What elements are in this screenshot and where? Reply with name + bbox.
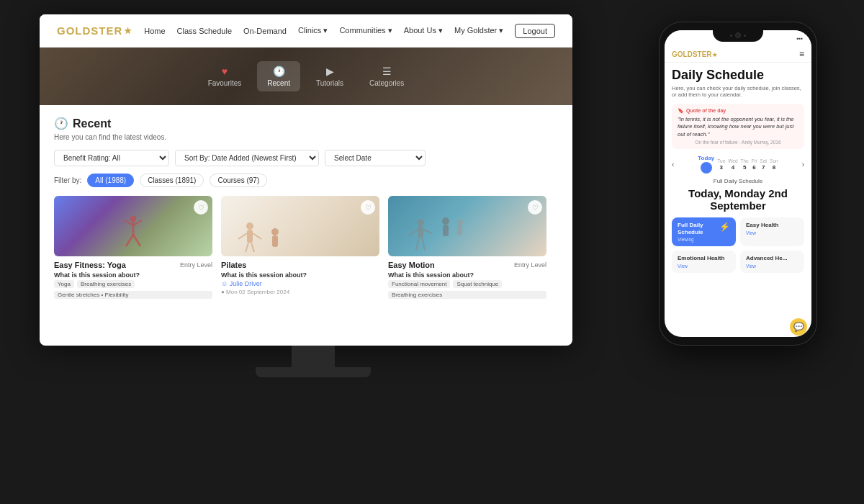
logout-button[interactable]: Logout — [515, 24, 555, 38]
yoga-tag-1: Yoga — [54, 280, 74, 288]
sched-card-advanced-health[interactable]: Advanced He... View — [740, 251, 804, 273]
monitor-stand — [40, 346, 587, 377]
quote-box: 🔖 Quote of the day "In tennis, it is not… — [672, 104, 804, 150]
lightning-icon: ⚡ — [719, 222, 730, 232]
cal-day-tue[interactable]: Tue 3 — [717, 158, 725, 171]
svg-rect-23 — [457, 225, 462, 235]
hero-area: ♥ Favourites 🕐 Recent ▶ Tutorials ☰ Cate… — [40, 48, 572, 105]
sched-card-emotional-health[interactable]: Emotional Health View — [672, 251, 736, 273]
motion-bg — [388, 196, 546, 256]
tab-categories[interactable]: ☰ Categories — [359, 61, 414, 91]
sched-easy-health-view[interactable]: View — [746, 230, 798, 235]
yoga-favourite-btn[interactable]: ♡ — [194, 200, 208, 215]
cal-days: Today Tue 3 Wed 4 Thu 5 — [698, 155, 778, 174]
monitor-neck — [292, 346, 335, 367]
cal-wed-label: Wed — [728, 158, 737, 163]
svg-line-11 — [251, 243, 254, 252]
sched-card-full[interactable]: ⚡ Full Daily Schedule Viewing — [672, 217, 736, 246]
nav-home[interactable]: Home — [144, 27, 165, 35]
filter-courses[interactable]: Courses (97) — [210, 174, 267, 187]
phone-icons: ▪▪▪ — [796, 35, 803, 42]
pilates-card-header: Pilates — [221, 261, 379, 269]
nav-class-schedule[interactable]: Class Schedule — [177, 27, 232, 35]
filter-all[interactable]: All (1988) — [87, 174, 134, 187]
svg-point-14 — [417, 219, 424, 226]
logo: GOLDSTER★ — [57, 24, 132, 37]
logo-text: GOLDSTER — [57, 24, 122, 37]
cal-prev[interactable]: ‹ — [672, 161, 674, 168]
nav-about-us[interactable]: About Us — [404, 26, 443, 35]
tab-tutorials[interactable]: ▶ Tutorials — [306, 61, 354, 91]
card-yoga-image: ♡ — [54, 196, 212, 256]
phone-page-subtitle: Here, you can check your daily schedule,… — [672, 85, 804, 98]
cal-tue-label: Tue — [717, 158, 725, 163]
pilates-title: Pilates — [221, 261, 246, 269]
date-filter[interactable]: Select Date — [325, 150, 426, 166]
svg-line-17 — [423, 230, 432, 233]
svg-line-9 — [253, 233, 261, 239]
categories-icon: ☰ — [382, 66, 392, 77]
nav-my-goldster[interactable]: My Goldster — [454, 26, 503, 35]
cal-day-sun[interactable]: Sun 8 — [770, 158, 778, 171]
motion-tag-1: Functional movement — [388, 280, 450, 288]
content-area: 🕐 Recent Here you can find the latest vi… — [40, 105, 572, 310]
sched-card-easy-health[interactable]: Easy Health View — [740, 217, 804, 246]
hamburger-icon[interactable]: ≡ — [799, 49, 804, 59]
quote-attribution: On the fear of failure - Andy Murray, 20… — [678, 140, 798, 145]
cal-day-today[interactable]: Today — [698, 155, 714, 174]
quote-text: "In tennis, it is not the opponent you f… — [678, 116, 798, 139]
motion-card-header: Easy Motion Entry Level — [388, 261, 546, 269]
sched-emotional-health-view[interactable]: View — [678, 264, 730, 269]
svg-point-6 — [246, 222, 253, 230]
phone-content: Daily Schedule Here, you can check your … — [665, 63, 811, 322]
yoga-title: Easy Fitness: Yoga — [54, 261, 126, 269]
chat-bubble[interactable]: 💬 — [790, 318, 807, 336]
tabs-row: ♥ Favourites 🕐 Recent ▶ Tutorials ☰ Cate… — [198, 61, 415, 91]
benefit-filter[interactable]: Benefit Rating: All — [54, 150, 169, 166]
cal-day-wed[interactable]: Wed 4 — [728, 158, 737, 171]
svg-rect-15 — [418, 226, 423, 238]
svg-point-20 — [442, 217, 449, 225]
monitor-screen: GOLDSTER★ Home Class Schedule On-Demand … — [40, 14, 572, 346]
tutorials-icon: ▶ — [326, 66, 334, 77]
pilates-date: ● Mon 02 September 2024 — [221, 289, 379, 295]
svg-rect-7 — [247, 230, 253, 243]
motion-favourite-btn[interactable]: ♡ — [528, 200, 542, 215]
pilates-figure — [235, 217, 293, 253]
cal-day-thu[interactable]: Thu 5 — [741, 158, 749, 171]
svg-line-16 — [409, 230, 418, 235]
recent-icon-label: 🕐 — [54, 117, 68, 130]
tab-tutorials-label: Tutorials — [316, 79, 343, 87]
sched-advanced-health-view[interactable]: View — [746, 264, 798, 269]
filter-classes[interactable]: Classes (1891) — [140, 174, 204, 187]
tab-favourites[interactable]: ♥ Favourites — [198, 61, 252, 91]
cal-day-fri[interactable]: Fri 6 — [752, 158, 757, 171]
cal-sun-num: 8 — [773, 164, 775, 171]
motion-tag-2: Squat technique — [453, 280, 502, 288]
tab-recent[interactable]: 🕐 Recent — [257, 61, 300, 91]
sched-viewing: Viewing — [678, 237, 730, 242]
phone-page-title: Daily Schedule — [672, 68, 804, 83]
sched-advanced-health-title: Advanced He... — [746, 255, 798, 262]
svg-point-22 — [457, 220, 463, 225]
svg-rect-13 — [272, 235, 278, 247]
cal-fri-label: Fri — [752, 158, 757, 163]
pilates-favourite-btn[interactable]: ♡ — [361, 200, 375, 215]
heart-icon: ♥ — [222, 66, 228, 77]
yoga-tag-3: Gentle stretches • Flexibility — [54, 291, 212, 299]
cal-next[interactable]: › — [802, 161, 804, 168]
phone-speaker-2 — [744, 35, 746, 37]
phone-notch — [713, 29, 763, 42]
yoga-card-header: Easy Fitness: Yoga Entry Level — [54, 261, 212, 269]
sort-filter[interactable]: Sort By: Date Added (Newest First) — [175, 150, 319, 166]
nav-communities[interactable]: Communities — [339, 26, 392, 35]
svg-line-19 — [422, 238, 425, 250]
nav-on-demand[interactable]: On-Demand — [243, 27, 287, 35]
yoga-level: Entry Level — [180, 261, 212, 269]
svg-line-18 — [416, 238, 419, 250]
nav-clinics[interactable]: Clinics — [298, 26, 328, 35]
motion-figure — [399, 215, 471, 255]
cal-day-sat[interactable]: Sat 7 — [760, 158, 767, 171]
cal-wed-num: 4 — [732, 164, 734, 171]
card-pilates: ♡ Pilates What is this session about? ☺ … — [221, 196, 379, 299]
